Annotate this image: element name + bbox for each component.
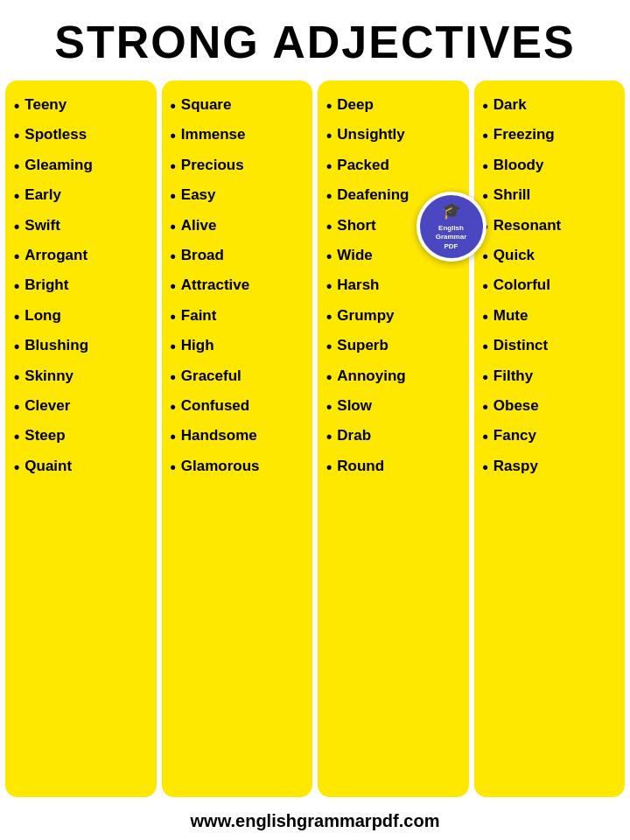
list-item: •Quick — [483, 242, 617, 271]
word-label: Deafening — [337, 186, 409, 205]
list-item: •Bloody — [483, 151, 617, 181]
word-label: Easy — [181, 186, 216, 205]
bullet-icon: • — [171, 397, 176, 417]
bullet-icon: • — [483, 157, 488, 177]
list-item: •Deep — [326, 91, 460, 121]
list-item: •Freezing — [483, 121, 617, 150]
word-label: Precious — [181, 156, 244, 175]
word-label: Square — [181, 95, 232, 115]
list-item: •Unsightly — [326, 121, 460, 150]
bullet-icon: • — [483, 247, 488, 267]
bullet-icon: • — [326, 247, 332, 267]
list-item: •Shrill — [483, 181, 617, 211]
word-label: Deep — [337, 95, 374, 115]
word-label: Bright — [24, 276, 68, 295]
word-label: Wide — [337, 246, 372, 265]
list-item: •Steep — [14, 422, 148, 452]
word-label: Skinny — [24, 367, 74, 386]
list-item: •Distinct — [483, 332, 617, 361]
list-item: •Handsome — [171, 422, 304, 452]
list-item: •Immense — [171, 121, 304, 150]
word-label: High — [181, 336, 214, 355]
word-label: Freezing — [494, 125, 555, 144]
bullet-icon: • — [326, 337, 332, 357]
column-1: •Teeny•Spotless•Gleaming•Early•Swift•Arr… — [5, 80, 157, 797]
bullet-icon: • — [483, 276, 488, 297]
word-label: Distinct — [494, 336, 548, 355]
bullet-icon: • — [483, 96, 488, 116]
word-label: Annoying — [337, 367, 405, 386]
word-label: Arrogant — [24, 246, 88, 265]
bullet-icon: • — [171, 307, 176, 327]
list-item: •Obese — [483, 392, 617, 422]
badge-line1: English — [438, 224, 464, 233]
word-label: Fancy — [494, 426, 536, 445]
list-item: •Quaint — [14, 452, 148, 482]
column-4: •Dark•Freezing•Bloody•Shrill•Resonant•Qu… — [474, 80, 626, 797]
list-item: •Round — [326, 452, 460, 482]
list-item: •Early — [14, 181, 148, 211]
word-label: Packed — [337, 156, 389, 175]
word-label: Colorful — [494, 276, 550, 295]
list-item: •Short 🎓 English Grammar PDF — [326, 212, 460, 242]
list-item: •Attractive — [171, 271, 304, 301]
list-item: •Easy — [171, 181, 304, 211]
bullet-icon: • — [326, 217, 332, 237]
bullet-icon: • — [14, 307, 19, 327]
word-label: Slow — [337, 396, 372, 416]
word-label: Grumpy — [337, 306, 394, 326]
word-label: Immense — [181, 125, 246, 144]
bullet-icon: • — [326, 397, 332, 417]
bullet-icon: • — [14, 96, 19, 116]
bullet-icon: • — [326, 458, 332, 478]
bullet-icon: • — [14, 126, 19, 146]
bullet-icon: • — [326, 368, 332, 388]
list-item: •Mute — [483, 302, 617, 332]
bullet-icon: • — [14, 337, 19, 357]
word-label: Quaint — [24, 457, 72, 476]
list-item: •Alive — [171, 212, 304, 242]
bullet-icon: • — [171, 458, 176, 478]
list-item: •Gleaming — [14, 151, 148, 181]
bullet-icon: • — [483, 368, 488, 388]
bullet-icon: • — [171, 96, 176, 116]
bullet-icon: • — [326, 427, 332, 447]
word-label: Quick — [494, 246, 535, 265]
bullet-icon: • — [171, 368, 176, 388]
bullet-icon: • — [14, 217, 19, 237]
bullet-icon: • — [171, 427, 176, 447]
list-item: •Broad — [171, 242, 304, 271]
bullet-icon: • — [483, 126, 488, 146]
list-item: •Annoying — [326, 362, 460, 392]
page-header: STRONG ADJECTIVES — [0, 0, 630, 80]
word-label: Glamorous — [181, 457, 260, 476]
list-item: •Raspy — [483, 452, 617, 482]
word-label: Alive — [181, 216, 217, 235]
list-item: •Superb — [326, 332, 460, 361]
word-label: Broad — [181, 246, 224, 265]
column-3: •Deep•Unsightly•Packed•Deafening•Short 🎓… — [318, 80, 469, 797]
bullet-icon: • — [14, 458, 19, 478]
bullet-icon: • — [326, 276, 332, 297]
word-label: Raspy — [494, 457, 538, 476]
bullet-icon: • — [171, 126, 176, 146]
bullet-icon: • — [14, 397, 19, 417]
bullet-icon: • — [171, 157, 176, 177]
word-label: Faint — [181, 306, 217, 326]
bullet-icon: • — [483, 427, 488, 447]
bullet-icon: • — [14, 186, 19, 206]
word-label: Shrill — [494, 186, 531, 205]
word-label: Obese — [494, 396, 539, 416]
bullet-icon: • — [483, 186, 488, 206]
adjectives-grid: •Teeny•Spotless•Gleaming•Early•Swift•Arr… — [0, 80, 630, 802]
list-item: •Slow — [326, 392, 460, 422]
list-item: •Confused — [171, 392, 304, 422]
bullet-icon: • — [483, 307, 488, 327]
list-item: •Packed — [326, 151, 460, 181]
bullet-icon: • — [171, 186, 176, 206]
list-item: •Graceful — [171, 362, 304, 392]
word-label: Mute — [494, 306, 528, 326]
footer: www.englishgrammarpdf.com — [0, 802, 630, 840]
list-item: •Filthy — [483, 362, 617, 392]
list-item: •Glamorous — [171, 452, 304, 482]
